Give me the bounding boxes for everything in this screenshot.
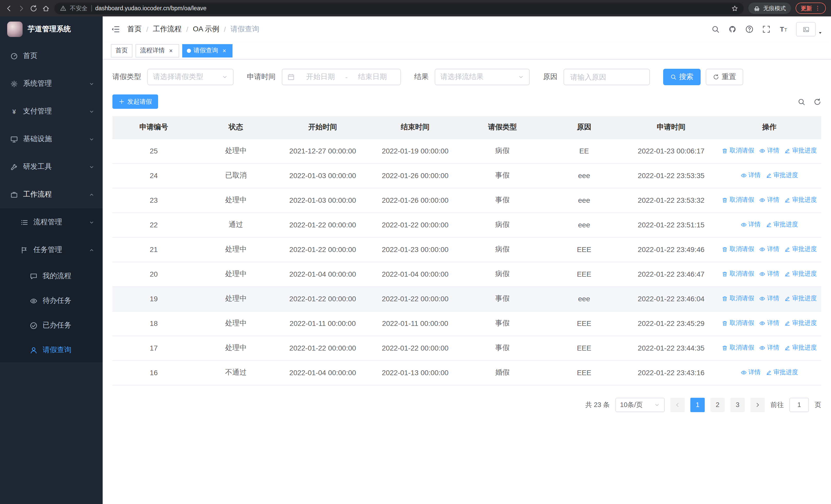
cell-reason: eee [543,212,625,237]
cancel-action-link[interactable]: 取消请假 [722,147,754,155]
fullscreen-icon[interactable] [762,25,770,33]
goto-page-input[interactable] [790,397,809,412]
delete-icon [722,271,728,277]
progress-action-link[interactable]: 审批进度 [784,294,817,303]
breadcrumb: 首页/工作流程/OA 示例/请假查询 [127,25,259,34]
refresh-table-icon[interactable] [813,98,821,106]
progress-action-link[interactable]: 审批进度 [784,319,817,328]
cancel-action-link[interactable]: 取消请假 [722,245,754,254]
detail-action-link[interactable]: 详情 [760,245,779,254]
table-row: 25处理中2021-12-27 00:00:002022-01-19 00:00… [112,139,821,163]
forward-icon[interactable] [18,4,25,12]
sidebar-item-leave-query[interactable]: 请假查询 [0,338,103,362]
address-bar[interactable]: 不安全 dashboard.yudao.iocoder.cn/bpm/oa/le… [54,2,744,14]
total-count: 共 23 条 [585,400,610,409]
breadcrumb-item[interactable]: OA 示例 [193,25,220,34]
progress-action-link[interactable]: 审批进度 [766,171,798,180]
user-icon [30,346,37,354]
detail-action-link[interactable]: 详情 [760,294,779,303]
update-button[interactable]: 更新 [796,3,826,14]
tab-process-detail[interactable]: 流程详情× [136,44,179,57]
cancel-action-link[interactable]: 取消请假 [722,319,754,328]
progress-action-link[interactable]: 审批进度 [784,196,817,205]
sidebar-item-todo-task[interactable]: 待办任务 [0,289,103,313]
sidebar-item-done-task[interactable]: 已办任务 [0,313,103,338]
page-button-1[interactable]: 1 [690,397,705,412]
leave-type-label: 请假类型 [112,72,141,82]
breadcrumb-item[interactable]: 首页 [127,25,142,34]
detail-action-link[interactable]: 详情 [760,196,779,205]
close-tab-icon[interactable]: × [221,47,228,54]
result-select[interactable]: 请选择流结果 [435,69,530,85]
edit-icon [784,197,791,203]
create-leave-button[interactable]: 发起请假 [112,94,158,109]
next-page-button[interactable] [750,397,765,412]
help-icon[interactable] [745,25,753,33]
progress-action-link[interactable]: 审批进度 [784,344,817,352]
user-avatar[interactable] [796,22,823,36]
bookmark-star-icon[interactable] [732,5,738,11]
progress-action-link[interactable]: 审批进度 [784,245,817,254]
search-button[interactable]: 搜索 [663,69,700,85]
progress-action-link[interactable]: 审批进度 [784,147,817,155]
detail-action-link[interactable]: 详情 [760,147,779,155]
progress-action-link[interactable]: 审批进度 [784,270,817,278]
action-label: 详情 [748,171,761,180]
leave-type-select[interactable]: 请选择请假类型 [147,69,233,85]
kebab-menu-icon[interactable] [814,5,821,11]
font-size-icon[interactable]: TT [779,25,787,33]
reset-button[interactable]: 重置 [706,69,743,85]
cancel-action-link[interactable]: 取消请假 [722,196,754,205]
close-tab-icon[interactable]: × [167,47,174,54]
breadcrumb-item[interactable]: 工作流程 [153,25,182,34]
sidebar-item-task-management[interactable]: 任务管理 [0,236,103,264]
cell-id: 19 [112,287,195,311]
cell-start_time: 2022-01-22 00:00:00 [277,287,369,311]
prev-page-button[interactable] [670,397,685,412]
detail-action-link[interactable]: 详情 [760,270,779,278]
sidebar-item-home[interactable]: 首页 [0,42,103,70]
page-size-select[interactable]: 10条/页 [615,397,665,412]
toggle-search-icon[interactable] [798,98,805,106]
cancel-action-link[interactable]: 取消请假 [722,344,754,352]
cell-apply_time: 2022-01-22 23:43:16 [625,360,717,385]
logo[interactable]: 芋道管理系统 [0,17,103,42]
tab-leave-query[interactable]: 请假查询× [182,44,232,57]
cancel-action-link[interactable]: 取消请假 [722,294,754,303]
detail-action-link[interactable]: 详情 [760,319,779,328]
security-label[interactable]: 不安全 [70,4,87,12]
collapse-sidebar-icon[interactable] [111,25,120,34]
sidebar-item-dev-tools[interactable]: 研发工具 [0,153,103,181]
back-icon[interactable] [5,4,13,12]
sidebar-item-process-management[interactable]: 流程管理 [0,208,103,236]
cell-actions: 详情审批进度 [717,212,821,237]
apply-time-range-picker[interactable]: 开始日期 - 结束日期 [282,69,401,85]
detail-action-link[interactable]: 详情 [741,368,761,377]
sidebar-item-workflow[interactable]: 工作流程 [0,181,103,208]
header-search-icon[interactable] [711,25,720,33]
github-icon[interactable] [728,25,737,33]
reason-input[interactable] [564,69,650,85]
cell-apply_time: 2022-01-23 00:06:17 [625,139,717,163]
detail-action-link[interactable]: 详情 [760,344,779,352]
sidebar-item-infrastructure[interactable]: 基础设施 [0,125,103,153]
reload-icon[interactable] [30,4,37,12]
cell-end_time: 2022-01-04 00:00:00 [369,262,461,287]
browser-home-icon[interactable] [42,4,50,12]
sidebar-item-payment-management[interactable]: ¥支付管理 [0,97,103,125]
page-button-2[interactable]: 2 [710,397,725,412]
sidebar-item-my-process[interactable]: 我的流程 [0,264,103,289]
gear-icon [10,80,18,88]
action-label: 详情 [767,270,779,278]
progress-action-link[interactable]: 审批进度 [766,220,798,229]
cancel-action-link[interactable]: 取消请假 [722,270,754,278]
url-text[interactable]: dashboard.yudao.iocoder.cn/bpm/oa/leave [95,5,728,11]
page-button-3[interactable]: 3 [730,397,745,412]
table-row: 18处理中2022-01-11 00:00:002022-01-11 00:00… [112,311,821,336]
tab-home[interactable]: 首页 [111,44,133,57]
progress-action-link[interactable]: 审批进度 [766,368,798,377]
detail-action-link[interactable]: 详情 [741,171,761,180]
edit-icon [784,320,791,326]
detail-action-link[interactable]: 详情 [741,220,761,229]
sidebar-item-system-management[interactable]: 系统管理 [0,70,103,97]
